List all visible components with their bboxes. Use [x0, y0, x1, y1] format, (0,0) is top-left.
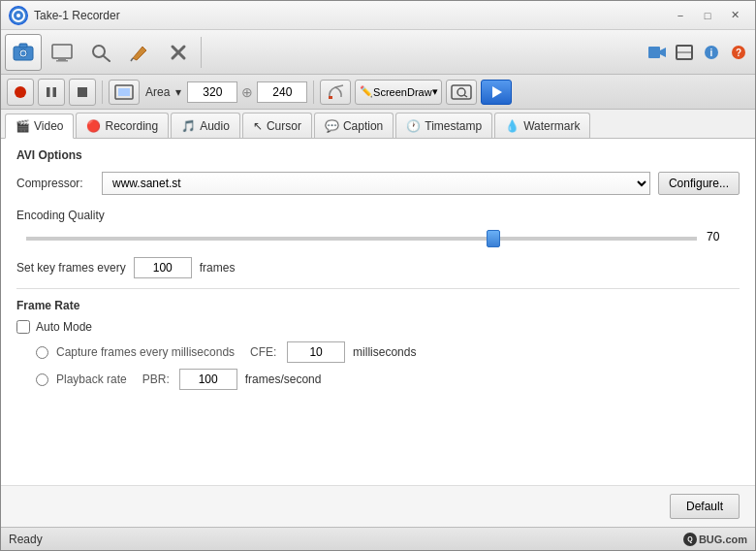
svg-text:i: i: [710, 48, 713, 58]
logo-circle: Q: [683, 533, 697, 546]
framerate-title: Frame Rate: [16, 299, 740, 312]
statusbar-logo: Q BUG.com: [683, 533, 747, 546]
capture-radio[interactable]: [36, 346, 48, 359]
toolbar: Area ▾ ⊕ ✏️ ScreenDraw ▾: [1, 75, 755, 110]
screendraw-label: ScreenDraw: [373, 86, 432, 98]
tools-icon[interactable]: [160, 34, 197, 71]
recording-tab-label: Recording: [105, 119, 158, 133]
video-tab-icon: 🎬: [16, 119, 30, 133]
frame-inputs: Capture frames every milliseconds CFE: m…: [36, 341, 740, 390]
svg-rect-28: [118, 88, 130, 96]
svg-point-2: [16, 14, 20, 17]
camera-icon[interactable]: [5, 34, 42, 71]
magnifier-icon[interactable]: [82, 34, 119, 71]
slider-value: 70: [707, 230, 730, 243]
app-logo: [9, 6, 28, 25]
watermark-tab-icon: 💧: [505, 119, 520, 133]
iconbar-separator: [201, 37, 202, 68]
screendraw-button[interactable]: ✏️ ScreenDraw ▾: [355, 80, 442, 105]
slider-row: 70: [16, 230, 740, 243]
encoding-quality-label: Encoding Quality: [16, 209, 740, 222]
svg-point-11: [93, 46, 105, 57]
pen-icon[interactable]: [121, 34, 158, 71]
tab-caption[interactable]: 💬 Caption: [314, 113, 394, 138]
pbr-unit: frames/second: [245, 373, 322, 386]
video-tab-label: Video: [34, 119, 63, 133]
statusbar: Ready Q BUG.com: [1, 527, 755, 550]
audio-tab-icon: 🎵: [181, 119, 196, 133]
maximize-button[interactable]: □: [695, 6, 720, 25]
quality-slider-container: [26, 230, 697, 243]
area-label: Area: [143, 85, 172, 99]
tab-recording[interactable]: 🔴 Recording: [76, 113, 169, 138]
watermark-tab-label: Watermark: [523, 119, 580, 133]
pbr-input[interactable]: [179, 369, 237, 390]
compressor-row: Compressor: www.sanet.st Configure...: [16, 172, 740, 195]
video-mode-icon[interactable]: [645, 40, 670, 65]
auto-mode-checkbox[interactable]: [16, 320, 30, 334]
recording-tab-icon: 🔴: [86, 119, 101, 133]
cfe-abbr: CFE:: [250, 345, 279, 359]
info-icon[interactable]: i: [699, 40, 724, 65]
capture-label[interactable]: Capture frames every milliseconds: [56, 345, 235, 359]
magnify-toolbar-icon[interactable]: [446, 80, 477, 105]
stop-button[interactable]: [69, 79, 96, 106]
fullscreen-icon[interactable]: [672, 40, 697, 65]
bottom-bar: Default: [1, 485, 755, 527]
capture-frame-row: Capture frames every milliseconds CFE: m…: [36, 341, 740, 363]
timestamp-tab-icon: 🕐: [406, 119, 421, 133]
cursor-tab-label: Cursor: [267, 119, 301, 133]
svg-line-30: [335, 85, 343, 87]
status-text: Ready: [9, 533, 43, 546]
encoding-quality-section: Encoding Quality 70: [16, 209, 740, 243]
screenshot-icon[interactable]: [44, 34, 80, 71]
tab-video[interactable]: 🎬 Video: [5, 113, 74, 139]
svg-rect-8: [54, 47, 70, 56]
svg-rect-6: [19, 44, 27, 48]
play-button[interactable]: [481, 80, 512, 105]
width-input[interactable]: [187, 81, 237, 103]
svg-point-5: [21, 50, 26, 55]
cfe-input[interactable]: [287, 341, 345, 363]
playback-label[interactable]: Playback rate: [56, 373, 127, 386]
svg-point-32: [457, 88, 465, 96]
configure-button[interactable]: Configure...: [658, 172, 740, 195]
svg-line-33: [464, 95, 467, 97]
tab-timestamp[interactable]: 🕐 Timestamp: [395, 113, 492, 138]
logo-text: BUG.com: [699, 534, 747, 545]
default-button[interactable]: Default: [670, 494, 740, 519]
compressor-select[interactable]: www.sanet.st: [102, 172, 650, 195]
section-divider: [16, 288, 740, 289]
area-dropdown[interactable]: Area ▾: [143, 85, 183, 99]
tab-cursor[interactable]: ↖ Cursor: [242, 113, 312, 138]
keyframes-input[interactable]: [134, 257, 192, 278]
avi-options-title: AVI Options: [16, 148, 740, 162]
toolbar-separator-2: [313, 81, 314, 104]
keyframes-unit: frames: [200, 261, 236, 275]
compressor-label: Compressor:: [16, 177, 94, 190]
record-button[interactable]: [7, 79, 34, 106]
area-dropdown-arrow[interactable]: ▾: [173, 85, 183, 99]
color-picker-icon[interactable]: [320, 80, 351, 105]
quality-slider[interactable]: [26, 237, 697, 241]
svg-line-13: [131, 58, 133, 61]
pause-button[interactable]: [38, 79, 65, 106]
capture-area-icon[interactable]: [109, 80, 140, 105]
auto-mode-label[interactable]: Auto Mode: [36, 320, 92, 334]
playback-radio[interactable]: [36, 373, 48, 386]
framerate-section: Frame Rate Auto Mode Capture frames ever…: [16, 299, 740, 390]
tab-watermark[interactable]: 💧 Watermark: [494, 113, 590, 138]
iconbar-right: i ?: [645, 40, 751, 65]
window-title: Take-1 Recorder: [34, 9, 120, 22]
window-controls: − □ ✕: [668, 6, 747, 25]
help-icon[interactable]: ?: [726, 40, 751, 65]
minimize-button[interactable]: −: [668, 6, 693, 25]
audio-tab-label: Audio: [200, 119, 230, 133]
close-button[interactable]: ✕: [722, 6, 747, 25]
height-input[interactable]: [257, 81, 307, 103]
tab-audio[interactable]: 🎵 Audio: [171, 113, 240, 138]
auto-mode-row: Auto Mode: [16, 320, 740, 334]
svg-rect-26: [78, 87, 87, 97]
svg-rect-25: [53, 87, 57, 97]
cursor-tab-icon: ↖: [253, 119, 263, 133]
